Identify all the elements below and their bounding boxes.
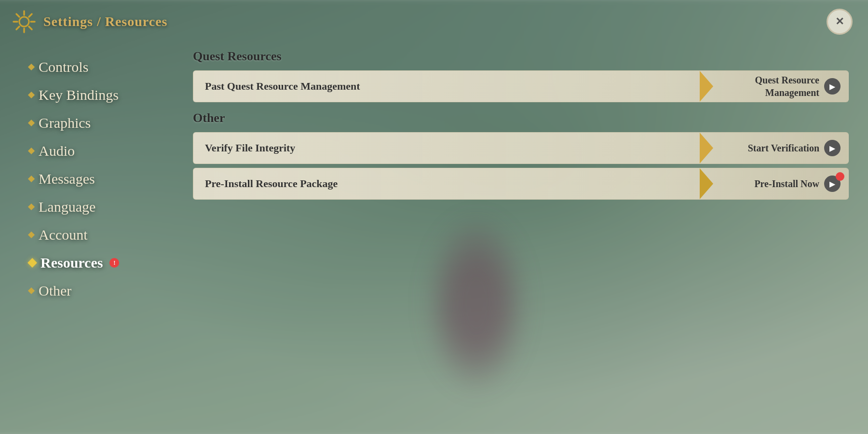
nav-diamond-icon (28, 287, 35, 294)
other-section-title: Other (193, 111, 849, 125)
sidebar-item-key-bindings[interactable]: Key Bindings (29, 82, 183, 108)
pre-install-value: Pre-Install Now (754, 178, 819, 190)
sidebar-item-messages[interactable]: Messages (29, 166, 183, 192)
nav-item-label: Language (39, 199, 95, 215)
sidebar-item-resources[interactable]: Resources! (29, 250, 183, 276)
svg-line-6 (29, 27, 32, 29)
pre-install-notification-badge (836, 172, 844, 181)
svg-line-8 (16, 27, 19, 29)
sidebar-item-audio[interactable]: Audio (29, 138, 183, 164)
pre-install-label: Pre-Install Resource Package (193, 169, 700, 199)
gear-icon (12, 9, 37, 34)
notification-badge: ! (109, 258, 119, 268)
nav-diamond-icon (28, 203, 35, 210)
nav-item-label: Messages (39, 171, 95, 187)
nav-item-label: Key Bindings (39, 87, 119, 103)
sidebar: ControlsKey BindingsGraphicsAudioMessage… (0, 44, 183, 424)
nav-item-label: Controls (39, 59, 88, 75)
nav-diamond-icon (28, 120, 35, 126)
nav-diamond-icon (27, 258, 37, 268)
svg-line-7 (29, 14, 32, 17)
header-left: Settings / Resources (12, 9, 167, 34)
verify-integrity-arrow: ▶ (824, 140, 841, 156)
sidebar-item-other[interactable]: Other (29, 278, 183, 304)
verify-integrity-value: Start Verification (748, 143, 819, 154)
svg-line-5 (16, 14, 19, 17)
sidebar-item-graphics[interactable]: Graphics (29, 110, 183, 136)
header-title: Settings / Resources (43, 14, 167, 29)
nav-diamond-icon (28, 92, 35, 98)
close-button[interactable]: ✕ (827, 9, 853, 35)
nav-item-label: Other (39, 283, 71, 299)
nav-item-label: Graphics (39, 115, 91, 131)
nav-item-label: Account (39, 227, 88, 243)
past-quest-arrow: ▶ (824, 78, 841, 95)
verify-integrity-value-area: Start Verification ▶ (713, 140, 848, 156)
pre-install-row[interactable]: Pre-Install Resource Package Pre-Install… (193, 168, 849, 200)
header: Settings / Resources ✕ (0, 0, 868, 40)
verify-integrity-row[interactable]: Verify File Integrity Start Verification… (193, 132, 849, 164)
nav-item-label: Audio (39, 143, 75, 159)
past-quest-value-area: Quest ResourceManagement ▶ (713, 74, 848, 99)
main-content: ControlsKey BindingsGraphicsAudioMessage… (0, 40, 868, 434)
verify-integrity-label: Verify File Integrity (193, 133, 700, 163)
past-quest-value: Quest ResourceManagement (755, 74, 820, 99)
nav-diamond-icon (28, 148, 35, 154)
sidebar-item-language[interactable]: Language (29, 194, 183, 220)
quest-section-title: Quest Resources (193, 49, 849, 64)
close-icon: ✕ (835, 15, 844, 28)
nav-diamond-icon (28, 176, 35, 182)
sidebar-item-account[interactable]: Account (29, 222, 183, 248)
nav-diamond-icon (28, 64, 35, 70)
past-quest-row[interactable]: Past Quest Resource Management Quest Res… (193, 70, 849, 102)
settings-panel: Settings / Resources ✕ ControlsKey Bindi… (0, 0, 868, 434)
nav-item-label: Resources (41, 255, 103, 271)
svg-point-0 (19, 17, 29, 27)
sidebar-item-controls[interactable]: Controls (29, 54, 183, 80)
content-area: Quest Resources Past Quest Resource Mana… (183, 44, 868, 424)
nav-diamond-icon (28, 231, 35, 238)
pre-install-value-area: Pre-Install Now ▶ (713, 176, 848, 192)
past-quest-label: Past Quest Resource Management (193, 71, 700, 101)
